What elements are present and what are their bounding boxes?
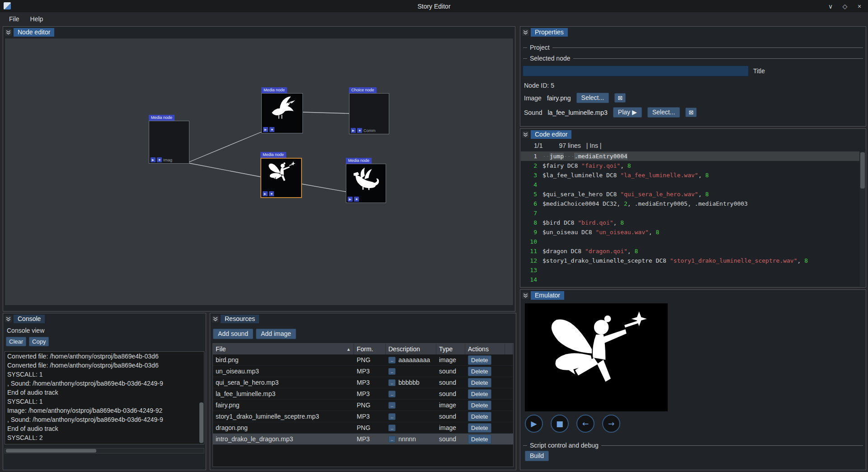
code-line[interactable]: 1··jump···.mediaEntry0004 [521, 151, 859, 161]
step-forward-button[interactable]: → [602, 415, 620, 433]
code-line[interactable]: 6$mediaChoice0004 DC32, 2, .mediaEntry00… [521, 199, 859, 208]
edit-description-button[interactable]: .. [388, 357, 396, 363]
code-line[interactable]: 10 [521, 237, 859, 246]
code-line[interactable]: 3$la_fee_luminelle DC8 "la_fee_luminelle… [521, 170, 859, 180]
node-media-control-icon[interactable]: ■ [157, 157, 162, 162]
column-header-file[interactable]: File ▲ [213, 344, 354, 354]
column-header-actions[interactable]: Actions [465, 344, 505, 354]
copy-button[interactable]: Copy [29, 337, 49, 346]
menu-file[interactable]: File [5, 14, 24, 24]
close-icon[interactable]: × [854, 3, 864, 10]
graph-node-fairy[interactable]: Media node▶■ [260, 152, 302, 198]
node-title-input[interactable] [523, 66, 749, 76]
delete-button[interactable]: Delete [468, 434, 491, 444]
code-line[interactable]: 14 [521, 275, 859, 284]
column-header-type[interactable]: Type [436, 344, 465, 354]
delete-button[interactable]: Delete [468, 378, 491, 387]
collapse-panel-icon[interactable] [212, 316, 219, 322]
code-line[interactable]: 7 [521, 208, 859, 218]
code-line[interactable]: 12$story1_drako_luminelle_sceptre DC8 "s… [521, 256, 859, 265]
edit-description-button[interactable]: .. [388, 413, 396, 420]
add-image-button[interactable]: Add image [256, 329, 296, 339]
resource-row[interactable]: intro_drako_le_dragon.mp3MP3..nnnnnsound… [213, 434, 513, 445]
node-media-control-icon[interactable]: ■ [269, 191, 274, 196]
delete-button[interactable]: Delete [468, 401, 491, 410]
vertical-scrollbar-thumb[interactable] [199, 402, 203, 443]
node-media-control-icon[interactable]: ■ [354, 197, 359, 202]
node-media-control-icon[interactable]: ▶ [151, 157, 156, 162]
code-line[interactable]: 5$qui_sera_le_hero DC8 "qui_sera_le_hero… [521, 189, 859, 199]
minimize-icon[interactable]: ∨ [826, 3, 835, 10]
collapse-panel-icon[interactable] [522, 131, 529, 138]
play-button[interactable]: ▶ [525, 415, 543, 433]
build-button[interactable]: Build [525, 451, 549, 461]
collapse-panel-icon[interactable] [522, 29, 529, 36]
collapse-panel-icon[interactable] [522, 292, 529, 299]
play-sound-button[interactable]: Play ▶ [613, 107, 642, 118]
edit-description-button[interactable]: .. [388, 425, 396, 431]
edit-description-button[interactable]: .. [388, 402, 396, 409]
select-image-button[interactable]: Select... [576, 93, 609, 103]
step-back-button[interactable]: ← [576, 415, 594, 433]
code-scrollbar-thumb[interactable] [860, 152, 865, 189]
type-cell: image [436, 422, 465, 433]
add-sound-button[interactable]: Add sound [213, 329, 253, 339]
filler-cell [505, 400, 513, 411]
collapse-panel-icon[interactable] [5, 316, 12, 322]
graph-node-bird[interactable]: Media node▶■ [261, 87, 303, 133]
node-media-control-icon[interactable]: ■ [269, 127, 274, 132]
horizontal-scrollbar-thumb[interactable] [6, 449, 96, 453]
node-media-control-icon[interactable]: ▶ [351, 128, 356, 133]
horizontal-scrollbar[interactable] [5, 448, 204, 453]
resource-row[interactable]: qui_sera_le_hero.mp3MP3..bbbbbbsoundDele… [213, 377, 513, 388]
graph-node-choice[interactable]: Choice node▶■Comm [349, 87, 389, 134]
node-media-control-icon[interactable]: ▶ [263, 191, 268, 196]
node-media-control-icon[interactable]: ▶ [263, 127, 268, 132]
file-cell: fairy.png [213, 400, 354, 411]
resource-row[interactable]: un_oiseau.mp3MP3..soundDelete [213, 366, 513, 377]
file-cell: intro_drako_le_dragon.mp3 [213, 434, 354, 444]
select-sound-button[interactable]: Select... [647, 107, 680, 118]
resource-row[interactable]: bird.pngPNG..aaaaaaaaaimageDelete [213, 354, 513, 366]
clear-image-button[interactable]: ⊠ [614, 93, 626, 103]
code-line[interactable]: 2$fairy DC8 "fairy.qoi", 8 [521, 161, 859, 170]
delete-button[interactable]: Delete [468, 423, 491, 433]
code-line[interactable]: 11$dragon DC8 "dragon.qoi", 8 [521, 246, 859, 256]
code-line[interactable]: 4 [521, 180, 859, 189]
maximize-icon[interactable]: ◇ [840, 3, 850, 10]
edit-description-button[interactable]: .. [388, 391, 396, 397]
delete-button[interactable]: Delete [468, 355, 491, 365]
code-text-area[interactable]: 1··jump···.mediaEntry00042$fairy DC8 "fa… [521, 151, 859, 287]
edit-description-button[interactable]: .. [388, 368, 396, 375]
resource-row[interactable]: dragon.pngPNG..imageDelete [213, 422, 513, 434]
resource-row[interactable]: la_fee_luminelle.mp3MP3..soundDelete [213, 388, 513, 400]
code-line[interactable]: 15 Personnage Tag Transition [521, 284, 859, 287]
panel-title-properties: Properties [531, 28, 568, 37]
resource-row[interactable]: story1_drako_luminelle_sceptre.mp3MP3..s… [213, 411, 513, 422]
console-log-view[interactable]: Converted file: /home/anthony/ostproj/ba… [5, 351, 204, 444]
file-cell: qui_sera_le_hero.mp3 [213, 377, 354, 388]
delete-button[interactable]: Delete [468, 367, 491, 376]
resource-row[interactable]: fairy.pngPNG..imageDelete [213, 400, 513, 411]
code-line[interactable]: 8$bird DC8 "bird.qoi", 8 [521, 218, 859, 227]
stop-button[interactable]: ■ [551, 415, 569, 433]
edit-description-button[interactable]: .. [388, 436, 396, 443]
graph-node-intro[interactable]: Media node▶■Imag [149, 115, 189, 164]
clear-button[interactable]: Clear [6, 337, 26, 346]
code-scrollbar[interactable] [860, 151, 865, 286]
menu-help[interactable]: Help [26, 14, 48, 24]
column-header-form[interactable]: Form. [354, 344, 386, 354]
node-media-control-icon[interactable]: ■ [357, 128, 362, 133]
code-line[interactable]: 13 [521, 265, 859, 275]
line-number: 2 [521, 161, 542, 170]
collapse-panel-icon[interactable] [5, 29, 12, 36]
column-header-description[interactable]: Description [386, 344, 436, 354]
code-line[interactable]: 9$un_oiseau DC8 "un_oiseau.wav", 8 [521, 227, 859, 237]
delete-button[interactable]: Delete [468, 412, 491, 421]
clear-sound-button[interactable]: ⊠ [685, 108, 697, 117]
edit-description-button[interactable]: .. [388, 379, 396, 386]
node-media-control-icon[interactable]: ▶ [348, 197, 353, 202]
node-graph-canvas[interactable]: Media node▶■ImagMedia node▶■Choice node▶… [5, 38, 514, 306]
delete-button[interactable]: Delete [468, 389, 491, 399]
graph-node-dragon[interactable]: Media node▶■ [346, 158, 386, 203]
